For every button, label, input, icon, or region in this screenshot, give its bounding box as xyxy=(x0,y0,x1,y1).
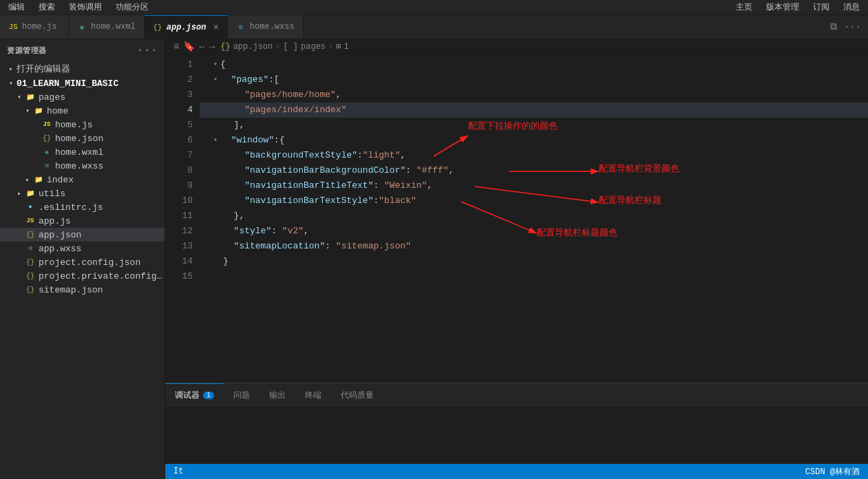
code-line-4: "pages/index/index" xyxy=(200,103,868,118)
more-tabs-btn[interactable]: ··· xyxy=(843,20,862,34)
utils-folder-icon: 📁 xyxy=(25,188,36,199)
breadcrumb-app-json[interactable]: {} app.json xyxy=(220,42,273,52)
tok: } xyxy=(223,254,229,269)
menubar-item-decor[interactable]: 装饰调用 xyxy=(66,1,105,13)
split-editor-btn[interactable]: ⧉ xyxy=(829,20,838,34)
code-content[interactable]: ▾ { ▾ "pages":[ "pages/home/home", "p xyxy=(200,54,868,383)
breadcrumb-pages[interactable]: [ ] pages xyxy=(283,42,326,52)
sidebar-item-app-js[interactable]: JS app.js xyxy=(0,214,165,228)
code-line-6: ▾ "window":{ xyxy=(200,133,868,148)
empty-arrow xyxy=(14,243,25,254)
wxss-icon: ≋ xyxy=(236,22,246,32)
sidebar-item-eslint[interactable]: ● .eslintrc.js xyxy=(0,200,165,214)
json-file-icon3: {} xyxy=(25,257,36,268)
sidebar-item-home[interactable]: 📁 home xyxy=(0,104,165,118)
pages-arrow xyxy=(14,92,25,103)
sidebar-item-home-wxss[interactable]: ≋ home.wxss xyxy=(0,159,165,173)
tabbar: JS home.js ◈ home.wxml {} app.json × ≋ h… xyxy=(0,15,868,39)
tok: "Weixin" xyxy=(384,178,427,193)
tab-home-wxml[interactable]: ◈ home.wxml xyxy=(69,15,145,39)
tab-home-wxss[interactable]: ≋ home.wxss xyxy=(228,15,304,39)
ln-12: 12 xyxy=(165,224,193,239)
index-arrow xyxy=(22,174,33,185)
sidebar-item-index[interactable]: 📁 index xyxy=(0,173,165,187)
tab-label: home.js xyxy=(22,22,56,32)
main-layout: 资源管理器 ··· 打开的编辑器 01_LEARN_MINI_BASIC 📁 p… xyxy=(0,39,868,479)
panel-tab-quality[interactable]: 代码质量 xyxy=(331,383,383,407)
panel-tab-output[interactable]: 输出 xyxy=(260,383,295,407)
json-icon: {} xyxy=(153,23,162,32)
tok: "v2" xyxy=(282,224,304,239)
panel-tab-label: 调试器 xyxy=(175,390,200,401)
js-file-icon2: JS xyxy=(25,215,36,226)
sidebar-more-btn[interactable]: ··· xyxy=(137,45,158,56)
tok: , xyxy=(336,87,341,103)
tok: :{ xyxy=(274,133,285,148)
sidebar-item-app-json[interactable]: {} app.json xyxy=(0,228,165,242)
tok: : xyxy=(373,193,379,209)
menubar-item-subscribe[interactable]: 订阅 xyxy=(810,1,832,13)
index-folder-icon: 📁 xyxy=(33,174,44,185)
forward-btn[interactable]: → xyxy=(209,41,215,52)
panel-tab-label4: 终端 xyxy=(305,390,321,401)
tab-right-actions: ⧉ ··· xyxy=(823,15,868,39)
wxml-icon: ◈ xyxy=(77,22,87,32)
fold-6[interactable]: ▾ xyxy=(213,133,218,148)
back-btn[interactable]: ← xyxy=(199,41,204,52)
sidebar-item-utils[interactable]: 📁 utils xyxy=(0,187,165,200)
tab-home-js[interactable]: JS home.js xyxy=(0,15,69,39)
sidebar-item-home-json[interactable]: {} home.json xyxy=(0,131,165,145)
breadcrumb-1[interactable]: ⊞ 1 xyxy=(336,41,348,52)
panel-tab-label2: 问题 xyxy=(233,390,250,401)
sidebar-open-editors[interactable]: 打开的编辑器 xyxy=(0,61,165,76)
tab-close-btn[interactable]: × xyxy=(213,23,218,32)
bottom-statusbar: It CSDN @林有酒 xyxy=(165,464,868,479)
tok: "pages/home/home" xyxy=(223,87,336,103)
panel-tab-debug[interactable]: 调试器 1 xyxy=(165,383,224,407)
status-left: It xyxy=(173,467,183,476)
tok: "pages" xyxy=(220,72,268,87)
panel-tab-issues[interactable]: 问题 xyxy=(224,383,260,407)
tok: : xyxy=(373,178,384,193)
empty-arrow xyxy=(30,133,41,144)
panel-content xyxy=(165,407,868,464)
hamburger-btn[interactable]: ≡ xyxy=(173,41,179,52)
open-editors-arrow xyxy=(6,63,17,74)
fold-1[interactable]: ▾ xyxy=(213,57,218,72)
menubar-item-func[interactable]: 功能分区 xyxy=(113,1,151,13)
fold-2[interactable]: ▾ xyxy=(213,72,218,87)
tab-label: home.wxml xyxy=(91,22,136,32)
menubar-item-edit[interactable]: 编辑 xyxy=(6,1,28,13)
tab-app-json[interactable]: {} app.json × xyxy=(145,15,228,39)
sidebar-item-project-config[interactable]: {} project.config.json xyxy=(0,255,165,269)
sidebar-root-folder[interactable]: 01_LEARN_MINI_BASIC xyxy=(0,76,165,90)
ln-7: 7 xyxy=(165,148,193,163)
breadcrumb: ≡ 🔖 ← → {} app.json › [ ] pages › ⊞ 1 xyxy=(165,39,868,54)
tok: "navigationBarTextStyle" xyxy=(223,193,373,209)
sidebar-item-project-private[interactable]: {} project.private.config.js... xyxy=(0,269,165,283)
panel-tabs: 调试器 1 问题 输出 终端 代码质量 xyxy=(165,383,868,407)
sidebar-item-home-wxml[interactable]: ◈ home.wxml xyxy=(0,145,165,159)
code-line-8: "navigationBarBackgroundColor": "#fff", xyxy=(200,163,868,178)
tok: , xyxy=(449,163,454,178)
home-folder-icon: 📁 xyxy=(33,105,44,116)
sidebar-item-home-js[interactable]: JS home.js xyxy=(0,118,165,131)
root-arrow xyxy=(6,78,17,89)
code-line-7: "backgroundTextStyle":"light", xyxy=(200,148,868,163)
panel-tab-label3: 输出 xyxy=(269,390,286,401)
sidebar-item-app-wxss[interactable]: ≋ app.wxss xyxy=(0,242,165,255)
menubar-item-home[interactable]: 主页 xyxy=(733,1,755,13)
panel-tab-terminal[interactable]: 终端 xyxy=(295,383,331,407)
tok: ], xyxy=(223,118,244,133)
sidebar-item-sitemap[interactable]: {} sitemap.json xyxy=(0,283,165,297)
menubar-item-search[interactable]: 搜索 xyxy=(36,1,58,13)
menubar-item-message[interactable]: 消息 xyxy=(840,1,862,13)
sidebar-item-pages[interactable]: 📁 pages xyxy=(0,90,165,104)
bookmark-btn[interactable]: 🔖 xyxy=(183,41,195,52)
num-bc-icon: ⊞ xyxy=(336,41,341,52)
empty-arrow xyxy=(14,229,25,240)
empty-arrow xyxy=(30,160,41,171)
js-file-icon: JS xyxy=(41,119,52,130)
code-line-9: "navigationBarTitleText": "Weixin", xyxy=(200,178,868,193)
menubar-item-version[interactable]: 版本管理 xyxy=(763,1,802,13)
